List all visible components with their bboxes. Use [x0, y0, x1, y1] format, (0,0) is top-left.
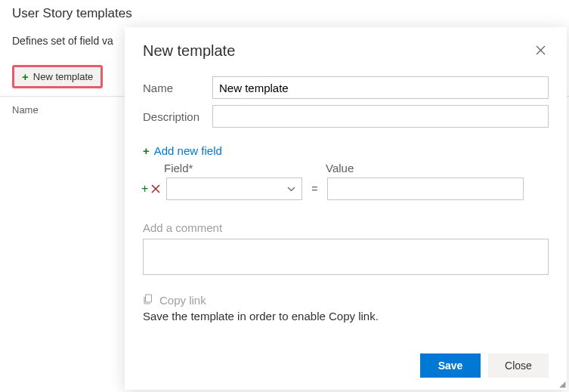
- name-input[interactable]: [212, 76, 549, 99]
- close-icon[interactable]: [533, 42, 549, 60]
- plus-icon: +: [22, 71, 29, 82]
- name-label: Name: [143, 82, 205, 94]
- copy-link-note: Save the template in order to enable Cop…: [143, 310, 549, 323]
- field-column-header: Field*: [162, 162, 298, 174]
- new-template-label: New template: [33, 71, 93, 82]
- description-label: Description: [143, 110, 205, 123]
- value-column-header: Value: [326, 162, 522, 174]
- plus-icon: +: [143, 145, 150, 156]
- copy-link-label: Copy link: [159, 294, 206, 307]
- add-field-text: Add new field: [154, 144, 222, 157]
- page-title: User Story templates: [12, 6, 557, 21]
- comment-label: Add a comment: [143, 221, 549, 234]
- new-template-button[interactable]: + New template: [12, 65, 103, 88]
- value-input[interactable]: [327, 177, 524, 200]
- equals-sign: =: [308, 183, 320, 195]
- dialog-title: New template: [143, 42, 235, 60]
- comment-input[interactable]: [143, 239, 549, 275]
- resize-grip-icon: ◢: [559, 380, 565, 388]
- remove-row-icon[interactable]: [151, 184, 160, 195]
- add-new-field-link[interactable]: + Add new field: [143, 144, 222, 157]
- add-row-icon[interactable]: +: [141, 183, 148, 195]
- chevron-down-icon: [287, 184, 295, 193]
- svg-rect-0: [146, 295, 152, 302]
- new-template-dialog: New template Name Description + Add new …: [125, 27, 567, 390]
- copy-link-icon: [143, 294, 153, 307]
- field-row: + =: [141, 177, 549, 200]
- close-button[interactable]: Close: [488, 353, 549, 378]
- field-select[interactable]: [166, 177, 302, 200]
- save-button[interactable]: Save: [420, 353, 481, 378]
- description-input[interactable]: [212, 105, 549, 128]
